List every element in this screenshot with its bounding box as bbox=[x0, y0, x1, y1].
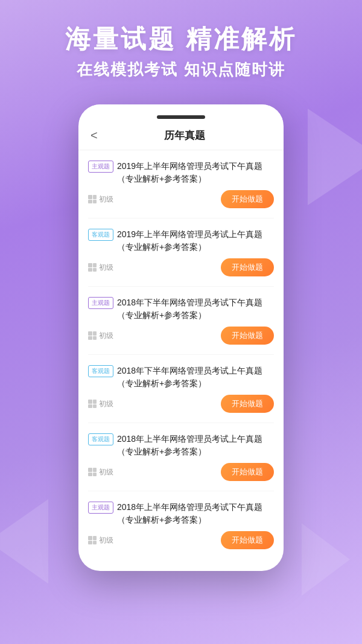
exam-item: 主观题 2018年上半年网络管理员考试下午真题（专业解析+参考答案） 初级 开始… bbox=[88, 491, 274, 559]
level-row: 初级 bbox=[88, 263, 113, 273]
level-text: 初级 bbox=[99, 467, 113, 477]
level-icon bbox=[88, 468, 97, 476]
level-icon bbox=[88, 400, 97, 408]
exam-name: 2019年上半年网络管理员考试上午真题（专业解析+参考答案） bbox=[117, 228, 274, 253]
exam-tag: 主观题 bbox=[88, 297, 113, 309]
exam-item: 客观题 2018年上半年网络管理员考试上午真题（专业解析+参考答案） 初级 开始… bbox=[88, 423, 274, 491]
level-row: 初级 bbox=[88, 399, 113, 409]
start-button[interactable]: 开始做题 bbox=[221, 463, 274, 481]
exam-tag: 主观题 bbox=[88, 161, 113, 173]
level-icon bbox=[88, 263, 97, 272]
start-button[interactable]: 开始做题 bbox=[221, 327, 274, 345]
level-text: 初级 bbox=[99, 399, 113, 409]
header-section: 海量试题 精准解析 在线模拟考试 知识点随时讲 bbox=[0, 0, 362, 92]
notch-bar bbox=[157, 115, 205, 119]
level-row: 初级 bbox=[88, 194, 113, 205]
start-button[interactable]: 开始做题 bbox=[221, 395, 274, 413]
phone-page-title: 历年真题 bbox=[98, 129, 272, 142]
exam-item: 主观题 2018年下半年网络管理员考试下午真题（专业解析+参考答案） 初级 开始… bbox=[88, 287, 274, 355]
phone-content: 主观题 2019年上半年网络管理员考试下午真题（专业解析+参考答案） 初级 开始… bbox=[78, 150, 284, 559]
phone-header: < 历年真题 bbox=[78, 121, 284, 150]
level-text: 初级 bbox=[99, 194, 113, 205]
level-text: 初级 bbox=[99, 535, 113, 546]
header-subtitle: 在线模拟考试 知识点随时讲 bbox=[12, 59, 350, 80]
exam-name: 2018年下半年网络管理员考试上午真题（专业解析+参考答案） bbox=[117, 365, 274, 390]
start-button[interactable]: 开始做题 bbox=[221, 531, 274, 549]
exam-tag: 客观题 bbox=[88, 229, 113, 241]
exam-name: 2018年上半年网络管理员考试下午真题（专业解析+参考答案） bbox=[117, 501, 274, 526]
start-button[interactable]: 开始做题 bbox=[221, 258, 274, 276]
exam-meta: 初级 开始做题 bbox=[88, 395, 274, 413]
exam-tag: 客观题 bbox=[88, 433, 113, 445]
level-icon bbox=[88, 536, 97, 544]
exam-name: 2019年上半年网络管理员考试下午真题（专业解析+参考答案） bbox=[117, 160, 274, 185]
exam-title-row: 主观题 2019年上半年网络管理员考试下午真题（专业解析+参考答案） bbox=[88, 160, 274, 185]
exam-item: 客观题 2019年上半年网络管理员考试上午真题（专业解析+参考答案） 初级 开始… bbox=[88, 218, 274, 287]
back-button[interactable]: < bbox=[91, 129, 98, 142]
exam-title-row: 客观题 2018年上半年网络管理员考试上午真题（专业解析+参考答案） bbox=[88, 433, 274, 458]
phone-notch bbox=[78, 104, 284, 121]
level-icon bbox=[88, 195, 97, 203]
exam-meta: 初级 开始做题 bbox=[88, 531, 274, 549]
exam-meta: 初级 开始做题 bbox=[88, 327, 274, 345]
level-icon bbox=[88, 331, 97, 340]
level-row: 初级 bbox=[88, 467, 113, 477]
phone-container: < 历年真题 主观题 2019年上半年网络管理员考试下午真题（专业解析+参考答案… bbox=[0, 104, 362, 571]
exam-item: 客观题 2018年下半年网络管理员考试上午真题（专业解析+参考答案） 初级 开始… bbox=[88, 355, 274, 423]
exam-item: 主观题 2019年上半年网络管理员考试下午真题（专业解析+参考答案） 初级 开始… bbox=[88, 150, 274, 218]
level-row: 初级 bbox=[88, 331, 113, 341]
exam-tag: 主观题 bbox=[88, 502, 113, 514]
exam-meta: 初级 开始做题 bbox=[88, 463, 274, 481]
phone-mock: < 历年真题 主观题 2019年上半年网络管理员考试下午真题（专业解析+参考答案… bbox=[78, 104, 284, 571]
exam-title-row: 客观题 2019年上半年网络管理员考试上午真题（专业解析+参考答案） bbox=[88, 228, 274, 253]
exam-title-row: 主观题 2018年下半年网络管理员考试下午真题（专业解析+参考答案） bbox=[88, 296, 274, 322]
exam-meta: 初级 开始做题 bbox=[88, 190, 274, 208]
exam-title-row: 主观题 2018年上半年网络管理员考试下午真题（专业解析+参考答案） bbox=[88, 501, 274, 526]
level-text: 初级 bbox=[99, 331, 113, 341]
start-button[interactable]: 开始做题 bbox=[221, 190, 274, 208]
exam-meta: 初级 开始做题 bbox=[88, 258, 274, 276]
exam-title-row: 客观题 2018年下半年网络管理员考试上午真题（专业解析+参考答案） bbox=[88, 365, 274, 390]
header-title: 海量试题 精准解析 bbox=[12, 24, 350, 54]
level-text: 初级 bbox=[99, 263, 113, 273]
level-row: 初级 bbox=[88, 535, 113, 546]
exam-name: 2018年下半年网络管理员考试下午真题（专业解析+参考答案） bbox=[117, 296, 274, 322]
exam-tag: 客观题 bbox=[88, 365, 113, 377]
exam-name: 2018年上半年网络管理员考试上午真题（专业解析+参考答案） bbox=[117, 433, 274, 458]
